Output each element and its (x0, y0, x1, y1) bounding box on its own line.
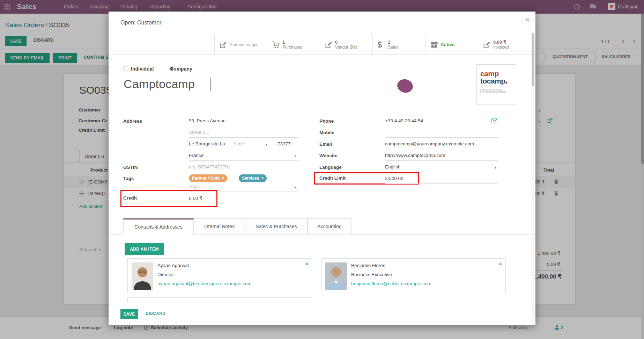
close-icon[interactable]: × (525, 16, 530, 23)
stat-button-sales[interactable]: $ 1Sales (372, 35, 425, 54)
credit-limit-input[interactable]: 2,500.00 (385, 176, 404, 181)
contact-role: Business Executive (351, 272, 392, 277)
street2-input[interactable]: Street 2... (189, 130, 209, 135)
logo-tagline2: BY OPEN SOURCE EXPERTS (480, 91, 516, 93)
modal-discard-button[interactable]: DISCARD (143, 311, 168, 316)
contact-email[interactable]: ayaan.agarwal@bestdesigners.example.com (157, 281, 252, 286)
language-select[interactable]: English (385, 164, 400, 170)
dollar-icon: $ (377, 40, 388, 50)
language-label: Language (319, 165, 342, 170)
radio-individual[interactable] (123, 66, 128, 71)
cart-icon (272, 41, 282, 49)
phone-input[interactable]: +33 4 49 23 44 54 (385, 118, 423, 123)
modal-scrollbar[interactable] (532, 33, 534, 325)
country-select[interactable]: France (189, 153, 203, 158)
tab-internal-notes[interactable]: Internal Notes (194, 218, 245, 235)
contact-name: Ayaan Agarwal (157, 263, 189, 268)
envelope-icon[interactable] (491, 118, 497, 125)
tag-partner-gold[interactable]: Partner / Gold× (189, 174, 227, 182)
contact-name: Benjamin Flores (351, 263, 385, 268)
tag-remove-icon[interactable]: × (261, 176, 264, 181)
modal-title: Open: Customer (120, 20, 161, 26)
tag-services[interactable]: Services× (239, 174, 267, 182)
customer-name-input[interactable]: Camptocamp (124, 77, 195, 91)
contact-card[interactable]: Benjamin Flores Business Executive benja… (321, 258, 506, 293)
company-logo[interactable]: camp tocamp▴ INNOVATIVE SOLUTIONS BY OPE… (476, 64, 516, 104)
city-input[interactable]: Le Bourget du La (189, 141, 225, 146)
pencil-square-icon (219, 41, 230, 49)
customer-modal: Open: Customer × Partner Ledger 1Purchas… (109, 12, 535, 325)
website-label: Website (319, 153, 338, 158)
logo-line1: camp (480, 70, 516, 77)
stat-label: Invoiced (493, 45, 509, 50)
chevron-down-icon[interactable]: ▾ (266, 143, 267, 146)
logo-line2: tocamp▴ (480, 77, 516, 86)
tags-input[interactable]: Tags... (189, 184, 203, 189)
remove-contact-icon[interactable]: × (499, 261, 502, 267)
stat-label: Purchases (282, 45, 302, 50)
modal-scrollbar-thumb[interactable] (532, 33, 534, 86)
screen: Sales Orders Invoicing Catalog Reporting… (0, 0, 644, 339)
gstin-label: GSTIN (123, 165, 138, 170)
contact-card[interactable]: Ayaan Agarwal Director ayaan.agarwal@bes… (127, 258, 312, 293)
purple-dot (396, 78, 414, 94)
chevron-down-icon[interactable]: ▾ (495, 166, 496, 170)
stat-button-box: Partner Ledger 1Purchases 0Vendor Bills … (109, 35, 535, 55)
modal-save-button[interactable]: SAVE (120, 309, 138, 319)
tab-accounting[interactable]: Accounting (308, 218, 351, 235)
logo-arrow: ▴ (505, 80, 508, 85)
email-input[interactable]: camptocamp@yourcompany.example.com (385, 141, 474, 146)
stat-button-partner-ledger[interactable]: Partner Ledger (214, 35, 267, 54)
radio-individual-label[interactable]: Individual (131, 66, 154, 72)
tab-contacts-addresses[interactable]: Contacts & Addresses (123, 218, 194, 235)
email-label: Email (319, 142, 332, 147)
address-label: Address (123, 118, 142, 124)
contact-avatar (325, 262, 347, 290)
chevron-down-icon[interactable]: ▾ (295, 154, 296, 158)
text-cursor (210, 78, 210, 91)
chevron-down-icon[interactable]: ▾ (295, 185, 296, 189)
credit-value: 0.00 ₹ (189, 195, 202, 201)
stat-button-invoiced[interactable]: 0.00 ₹Invoiced (478, 35, 531, 54)
pencil-square-icon (325, 41, 335, 49)
archive-icon (430, 41, 441, 49)
stat-button-purchases[interactable]: 1Purchases (267, 35, 320, 54)
contact-card-partial (127, 297, 312, 302)
stat-label: Partner Ledger (230, 42, 258, 47)
tags-label: Tags (123, 176, 134, 181)
stat-label: Sales (388, 45, 398, 50)
contact-avatar (132, 262, 153, 290)
street-input[interactable]: 93, Press Avenue (189, 118, 226, 123)
pencil-square-icon (483, 41, 493, 49)
contact-role: Director (157, 272, 174, 277)
gstin-input[interactable]: e.g. BE0477472701 (189, 164, 230, 170)
state-select[interactable]: State (233, 141, 244, 146)
remove-contact-icon[interactable]: × (305, 261, 308, 267)
name-underline (124, 96, 394, 96)
tag-remove-icon[interactable]: × (222, 176, 224, 181)
website-input[interactable]: http://www.camptocamp.com (385, 153, 445, 158)
contact-email[interactable]: benjamin.flores@nebula.example.com (351, 281, 431, 286)
credit-limit-label: Credit Limit (319, 175, 346, 181)
phone-label: Phone (319, 118, 334, 124)
stat-label: Vendor Bills (335, 45, 357, 50)
radio-company-label[interactable]: Company (170, 66, 192, 72)
stat-label: Active (441, 42, 455, 47)
credit-label: Credit (123, 195, 137, 201)
add-an-item-button[interactable]: ADD AN ITEM (125, 243, 164, 255)
stat-button-vendor-bills[interactable]: 0Vendor Bills (320, 35, 372, 54)
zip-input[interactable]: 73377 (277, 141, 291, 146)
mobile-label: Mobile (319, 130, 334, 135)
tab-sales-purchases[interactable]: Sales & Purchases (245, 218, 308, 235)
stat-button-active[interactable]: Active (425, 35, 478, 54)
